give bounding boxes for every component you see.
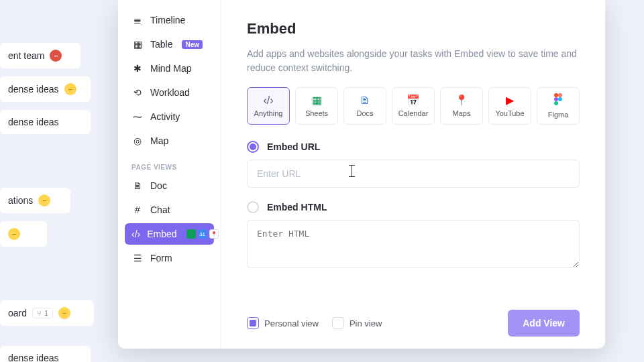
provider-label: Docs (356, 109, 373, 117)
sidebar-item-label: Mind Map (150, 63, 191, 74)
sidebar-item-label: Embed (147, 229, 176, 239)
provider-figma[interactable]: Figma (537, 87, 580, 125)
provider-calendar[interactable]: 📅 Calendar (392, 87, 435, 125)
provider-docs[interactable]: 🗎 Docs (343, 87, 386, 125)
view-type-sidebar: ≣ Timeline ▦ Table New ✱ Mind Map ⟲ Work… (118, 0, 221, 349)
sidebar-item-workload[interactable]: ⟲ Workload (125, 82, 214, 103)
board-row-label: ations (8, 195, 33, 206)
radio-embed-html[interactable] (247, 201, 259, 213)
sidebar-item-chat[interactable]: # Chat (125, 199, 214, 221)
sheets-mini-icon (186, 229, 196, 239)
minus-badge-icon: – (58, 307, 70, 319)
view-picker-modal: ≣ Timeline ▦ Table New ✱ Mind Map ⟲ Work… (118, 0, 605, 349)
activity-icon: ⁓ (131, 111, 144, 122)
add-view-button[interactable]: Add View (508, 310, 580, 337)
form-icon: ☰ (131, 253, 144, 263)
sidebar-item-label: Table (150, 39, 172, 50)
checkbox-personal-view[interactable] (247, 317, 259, 329)
embed-url-label: Embed URL (267, 141, 320, 152)
minus-badge-icon: – (38, 194, 50, 206)
docs-icon: 🗎 (360, 95, 370, 106)
board-row[interactable]: ations – (0, 188, 70, 213)
pin-view-label: Pin view (350, 318, 382, 328)
personal-view-label: Personal view (264, 318, 319, 328)
sidebar-item-label: Activity (150, 111, 180, 122)
subtask-count-badge: ⑂ 1 (32, 308, 53, 318)
provider-row: ‹/› Anything ▦ Sheets 🗎 Docs 📅 Calendar … (247, 87, 580, 125)
youtube-icon: ▶ (506, 95, 514, 106)
timeline-icon: ≣ (131, 15, 144, 25)
radio-embed-url[interactable] (247, 141, 259, 153)
provider-label: YouTube (495, 109, 524, 117)
embed-url-input[interactable] (247, 160, 580, 188)
provider-label: Sheets (305, 109, 328, 117)
embed-footer: Personal view Pin view Add View (247, 310, 580, 337)
hash-icon: # (131, 204, 144, 215)
embed-html-input[interactable] (247, 220, 580, 268)
calendar-icon: 📅 (407, 95, 420, 106)
table-icon: ▦ (131, 39, 144, 50)
minus-badge-icon: – (50, 50, 62, 62)
sidebar-item-label: Map (150, 135, 168, 146)
provider-anything[interactable]: ‹/› Anything (247, 87, 290, 125)
sidebar-item-mindmap[interactable]: ✱ Mind Map (125, 58, 214, 79)
embed-title: Embed (247, 20, 580, 38)
sidebar-item-label: Chat (150, 204, 170, 215)
provider-label: Figma (548, 111, 569, 119)
embed-description: Add apps and websites alongside your tas… (247, 47, 580, 75)
provider-maps[interactable]: 📍 Maps (440, 87, 483, 125)
mindmap-icon: ✱ (131, 63, 144, 74)
board-row-label: oard (8, 308, 27, 318)
board-row-label: dense ideas (8, 84, 59, 95)
code-icon: ‹/› (263, 95, 273, 106)
new-badge: New (182, 40, 203, 49)
doc-icon: 🗎 (131, 180, 144, 191)
maps-icon: 📍 (455, 95, 468, 106)
board-row-label: dense ideas (8, 117, 59, 127)
board-row[interactable]: dense ideas (0, 346, 91, 362)
board-row[interactable]: dense ideas – (0, 76, 91, 102)
svg-point-2 (554, 97, 558, 101)
sidebar-item-label: Workload (150, 87, 190, 98)
map-pin-icon: ◎ (131, 135, 144, 146)
sidebar-item-activity[interactable]: ⁓ Activity (125, 106, 214, 127)
embed-provider-mini-icons: 31 📍 ▶ (186, 229, 221, 239)
board-row[interactable]: ent team – (0, 43, 80, 68)
personal-view-option[interactable]: Personal view (247, 317, 319, 329)
svg-point-0 (554, 93, 558, 97)
board-row[interactable]: – (0, 221, 47, 247)
pin-view-option[interactable]: Pin view (332, 317, 382, 329)
minus-badge-icon: – (64, 83, 76, 95)
sidebar-item-map[interactable]: ◎ Map (125, 130, 214, 152)
checkbox-pin-view[interactable] (332, 317, 344, 329)
board-row-label: ent team (8, 50, 44, 61)
embed-html-label: Embed HTML (267, 202, 327, 213)
svg-point-4 (554, 101, 558, 105)
svg-point-1 (558, 93, 562, 97)
svg-point-3 (558, 97, 562, 101)
embed-config-pane: Embed Add apps and websites alongside yo… (221, 0, 605, 349)
provider-label: Anything (254, 109, 283, 117)
provider-sheets[interactable]: ▦ Sheets (295, 87, 338, 125)
sidebar-section-header: PAGE VIEWS (125, 154, 214, 175)
sidebar-item-table[interactable]: ▦ Table New (125, 34, 214, 55)
maps-mini-icon: 📍 (209, 229, 219, 239)
sidebar-item-embed[interactable]: ‹/› Embed 31 📍 ▶ (125, 223, 214, 245)
provider-label: Maps (453, 109, 471, 117)
board-row-label: dense ideas (8, 353, 59, 362)
embed-url-option[interactable]: Embed URL (247, 141, 580, 153)
minus-badge-icon: – (8, 228, 20, 240)
embed-icon: ‹/› (131, 229, 140, 239)
board-row[interactable]: oard ⑂ 1 – (0, 300, 94, 326)
embed-html-option[interactable]: Embed HTML (247, 201, 580, 213)
sidebar-item-form[interactable]: ☰ Form (125, 247, 214, 269)
sidebar-item-label: Doc (150, 180, 167, 191)
sidebar-item-timeline[interactable]: ≣ Timeline (125, 9, 214, 31)
board-row[interactable]: dense ideas (0, 110, 91, 134)
sidebar-item-label: Form (150, 253, 172, 263)
provider-youtube[interactable]: ▶ YouTube (488, 87, 531, 125)
workload-icon: ⟲ (131, 87, 144, 98)
calendar-mini-icon: 31 (198, 229, 207, 239)
figma-icon (554, 93, 562, 107)
sidebar-item-doc[interactable]: 🗎 Doc (125, 175, 214, 196)
